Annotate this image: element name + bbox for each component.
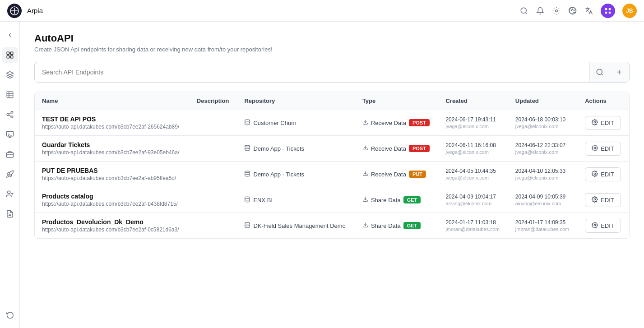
sidebar-item-share[interactable] bbox=[2, 106, 18, 123]
database-icon bbox=[244, 171, 250, 178]
page-title: AutoAPI bbox=[34, 32, 630, 44]
row-updated-date: 2024-06-12 22:33:07 bbox=[515, 142, 570, 148]
sidebar-item-layers[interactable] bbox=[2, 67, 18, 83]
edit-label: EDIT bbox=[601, 197, 614, 203]
sidebar-item-apps[interactable] bbox=[2, 47, 18, 63]
row-repo-name: DK-Field Sales Management Demo bbox=[253, 222, 345, 229]
search-bar: + bbox=[34, 62, 630, 83]
row-type-action: Receive Data bbox=[371, 145, 406, 152]
download-icon bbox=[362, 119, 368, 126]
sidebar-item-user-add[interactable] bbox=[2, 186, 18, 202]
database-icon bbox=[244, 196, 250, 204]
top-nav: Arpia JB bbox=[0, 0, 644, 22]
svg-rect-12 bbox=[10, 52, 13, 54]
table-row: Guardar Tickets https://auto-api.datakub… bbox=[35, 136, 629, 162]
gear-icon bbox=[592, 222, 598, 230]
row-type: Receive Data PUT bbox=[362, 171, 431, 178]
sidebar-item-terminal[interactable] bbox=[2, 126, 18, 143]
svg-point-17 bbox=[7, 114, 9, 116]
row-type: Receive Data POST bbox=[362, 119, 431, 126]
row-description bbox=[190, 213, 237, 239]
app-logo bbox=[7, 4, 22, 18]
row-created-date: 2024-06-17 19:43:11 bbox=[445, 116, 500, 123]
svg-point-31 bbox=[245, 120, 250, 121]
row-updated-user: jvega@elconix.com bbox=[515, 175, 570, 180]
row-updated-user: jvega@elconix.com bbox=[515, 124, 570, 129]
svg-rect-11 bbox=[7, 52, 9, 54]
svg-rect-8 bbox=[609, 8, 611, 9]
edit-label: EDIT bbox=[601, 222, 614, 229]
search-icon[interactable] bbox=[519, 6, 528, 15]
search-input[interactable] bbox=[35, 64, 589, 80]
apps-grid-button[interactable] bbox=[601, 4, 615, 18]
row-type: Share Data GET bbox=[362, 222, 431, 229]
database-icon bbox=[244, 222, 250, 230]
edit-button[interactable]: EDIT bbox=[585, 219, 621, 233]
row-name: Products catalog bbox=[42, 193, 182, 200]
row-description bbox=[190, 187, 237, 213]
svg-rect-23 bbox=[6, 152, 13, 157]
settings-icon[interactable] bbox=[552, 6, 561, 15]
user-avatar[interactable]: JB bbox=[622, 4, 637, 18]
row-url: https://auto-api.datakubes.com/b3cb7ee2a… bbox=[42, 175, 182, 181]
edit-button[interactable]: EDIT bbox=[585, 142, 621, 156]
gear-icon bbox=[592, 145, 598, 152]
row-updated-user: airving@elconix.com bbox=[515, 201, 570, 206]
palette-icon[interactable] bbox=[568, 6, 577, 15]
svg-point-36 bbox=[594, 147, 596, 149]
row-repository: Demo App - Tickets bbox=[244, 171, 348, 178]
sidebar-item-briefcase[interactable] bbox=[2, 146, 18, 162]
row-repository: DK-Field Sales Management Demo bbox=[244, 222, 348, 230]
svg-point-37 bbox=[245, 171, 250, 173]
svg-rect-7 bbox=[605, 8, 607, 9]
row-type-action: Share Data bbox=[371, 222, 401, 229]
page-header: AutoAPI Create JSON Api endpoints for sh… bbox=[34, 32, 630, 53]
database-icon bbox=[244, 119, 250, 127]
main-content: AutoAPI Create JSON Api endpoints for sh… bbox=[20, 22, 644, 328]
edit-button[interactable]: EDIT bbox=[585, 167, 621, 181]
row-created-user: jvega@elconix.com bbox=[445, 149, 500, 155]
download-icon bbox=[362, 196, 368, 203]
row-repository: ENX BI bbox=[244, 196, 348, 204]
row-repository: Customer Churn bbox=[244, 119, 348, 127]
svg-point-45 bbox=[594, 224, 596, 226]
edit-button[interactable]: EDIT bbox=[585, 193, 621, 207]
row-created-user: airving@elconix.com bbox=[445, 201, 500, 206]
svg-rect-13 bbox=[7, 56, 9, 58]
sidebar-item-notes[interactable] bbox=[2, 206, 18, 222]
edit-button[interactable]: EDIT bbox=[585, 116, 621, 130]
bell-icon[interactable] bbox=[536, 6, 545, 15]
row-repository: Demo App - Tickets bbox=[244, 145, 348, 152]
row-type-action: Share Data bbox=[371, 197, 401, 203]
top-nav-icons: JB bbox=[519, 4, 637, 18]
row-url: https://auto-api.datakubes.com/b3cb7ee2a… bbox=[42, 124, 182, 130]
page-subtitle: Create JSON Api endpoints for sharing da… bbox=[34, 46, 630, 53]
row-method-badge: POST bbox=[409, 119, 430, 126]
edit-label: EDIT bbox=[601, 171, 614, 178]
row-name: TEST DE API POS bbox=[42, 115, 182, 123]
svg-point-16 bbox=[11, 111, 13, 114]
add-endpoint-button[interactable]: + bbox=[609, 62, 629, 82]
row-url: https://auto-api.datakubes.com/b3cb7ee2a… bbox=[42, 201, 182, 207]
svg-rect-15 bbox=[7, 92, 13, 98]
sidebar-refresh-button[interactable] bbox=[2, 306, 18, 323]
edit-label: EDIT bbox=[601, 145, 614, 152]
sidebar-item-table[interactable] bbox=[2, 87, 18, 103]
gear-icon bbox=[592, 196, 598, 204]
sidebar-item-integration[interactable] bbox=[2, 166, 18, 182]
row-name: PUT DE PRUEBAS bbox=[42, 167, 182, 174]
svg-point-18 bbox=[11, 116, 13, 118]
translate-icon[interactable] bbox=[584, 6, 593, 15]
sidebar-back-button[interactable] bbox=[2, 27, 18, 43]
search-button[interactable] bbox=[589, 62, 609, 82]
svg-line-19 bbox=[9, 115, 11, 116]
row-created-user: jvega@elconix.com bbox=[445, 175, 500, 180]
row-description bbox=[190, 162, 237, 187]
row-method-badge: POST bbox=[409, 145, 430, 152]
endpoints-table: Name Description Repository Type Created… bbox=[34, 92, 630, 239]
svg-point-2 bbox=[556, 9, 558, 12]
svg-point-25 bbox=[7, 191, 10, 194]
col-updated: Updated bbox=[508, 92, 578, 110]
svg-point-34 bbox=[245, 145, 250, 147]
row-name: Guardar Tickets bbox=[42, 141, 182, 148]
